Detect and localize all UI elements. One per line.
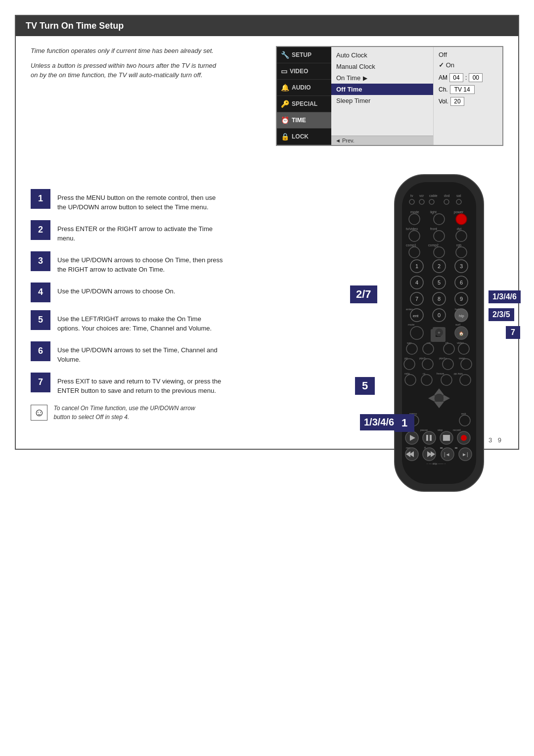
- svg-text:pp.inpu: pp.inpu: [454, 372, 463, 375]
- svg-text:←— skip ——→: ←— skip ——→: [426, 462, 446, 465]
- svg-text:stop: stop: [438, 428, 443, 431]
- ch-label: Ch.: [439, 86, 448, 93]
- step-number-1: 1: [31, 189, 50, 209]
- svg-point-106: [423, 431, 436, 444]
- sleeptimer-label: Sleep Timer: [336, 97, 370, 104]
- svg-text:2: 2: [438, 263, 441, 269]
- svg-text:vcr: vcr: [419, 194, 424, 197]
- menu-item-special[interactable]: 🔑 SPECIAL: [277, 96, 331, 112]
- svg-text:mode: mode: [410, 210, 419, 214]
- svg-text:light: light: [430, 210, 437, 214]
- svg-text:menu: menu: [409, 412, 417, 415]
- menu-row-ontime[interactable]: On Time ▶: [331, 72, 433, 84]
- step-text-2: Press ENTER or the RIGHT arrow to activa…: [57, 220, 225, 243]
- menu-item-video-label: VIDEO: [290, 68, 308, 75]
- tv-menu: 🔧 SETUP ▭ VIDEO 🔔 AUDIO 🔑 SPECIAL ⏰: [276, 46, 503, 146]
- vol-row: Vol. 20: [439, 97, 497, 106]
- svg-text:video: video: [457, 341, 464, 344]
- audio-icon: 🔔: [281, 84, 289, 92]
- svg-text:5: 5: [438, 280, 441, 285]
- menu-item-video[interactable]: ▭ VIDEO: [277, 63, 331, 80]
- svg-text:⏭: ⏭: [455, 446, 458, 449]
- menu-item-special-label: SPECIAL: [292, 100, 317, 107]
- manualclock-label: Manual Clock: [336, 63, 375, 70]
- step-text-3: Use the UP/DOWN arrows to choose On Time…: [57, 251, 225, 275]
- time-colon: :: [465, 74, 467, 81]
- content-area: Time function operates only if current t…: [16, 36, 518, 431]
- svg-text:exit: exit: [461, 412, 466, 415]
- menu-item-setup[interactable]: 🔧 SETUP: [277, 47, 331, 63]
- right-item-off[interactable]: Off: [439, 49, 497, 60]
- step-text-4: Use the UP/DOWN arrows to choose On.: [57, 283, 175, 296]
- lock-icon: 🔒: [281, 133, 289, 141]
- prev-label: ◄ Prev.: [335, 138, 355, 143]
- menu-row-offtime[interactable]: Off Time: [331, 84, 433, 95]
- time-row: AM 04 : 00: [439, 73, 497, 82]
- channel-row: Ch. TV 14: [439, 85, 497, 94]
- menu-row-sleeptimer[interactable]: Sleep Timer: [331, 95, 433, 106]
- svg-text:record: record: [453, 428, 461, 431]
- vol-box[interactable]: 20: [450, 97, 464, 106]
- page-container: TV Turn On Time Setup Time function oper…: [15, 15, 519, 450]
- step-number-6: 6: [31, 341, 50, 361]
- step-text-5: Use the LEFT/RIGHT arrows to make the On…: [57, 310, 225, 333]
- step-number-7: 7: [31, 373, 50, 392]
- menu-item-audio-label: AUDIO: [292, 84, 311, 91]
- menu-main: Auto Clock Manual Clock On Time ▶ Off Ti…: [331, 47, 433, 136]
- note-icon: ☺: [31, 405, 47, 421]
- ontime-label: On Time: [336, 74, 360, 82]
- ontime-arrow: ▶: [363, 75, 367, 82]
- prev-row[interactable]: ◄ Prev.: [331, 136, 433, 145]
- step-number-2: 2: [31, 220, 50, 240]
- time-icon: ⏰: [281, 116, 289, 124]
- menu-row-autoclock[interactable]: Auto Clock: [331, 49, 433, 61]
- svg-text:4: 4: [415, 280, 418, 285]
- svg-rect-61: [431, 329, 436, 342]
- svg-text:dvi: dvi: [457, 227, 461, 231]
- svg-text:►|: ►|: [462, 452, 468, 457]
- title-bar: TV Turn On Time Setup: [16, 16, 518, 36]
- page-title: TV Turn On Time Setup: [26, 21, 124, 31]
- minute-box[interactable]: 00: [469, 73, 483, 82]
- step-number-4: 4: [31, 283, 50, 302]
- svg-text:8: 8: [438, 296, 441, 302]
- svg-text:⏮: ⏮: [440, 446, 443, 449]
- svg-text:cable: cable: [429, 194, 438, 197]
- svg-text:🏠: 🏠: [459, 331, 464, 336]
- remote-svg: tv vcr cable dvd sat mode light power: [375, 170, 503, 506]
- svg-text:|◄: |◄: [444, 452, 450, 457]
- menu-item-time-label: TIME: [292, 117, 306, 124]
- svg-text:1: 1: [415, 263, 418, 269]
- svg-text:sat: sat: [456, 194, 461, 197]
- badge-right-7: 7: [506, 326, 520, 339]
- menu-item-audio[interactable]: 🔔 AUDIO: [277, 80, 331, 96]
- svg-rect-107: [426, 435, 428, 441]
- svg-text:3: 3: [460, 263, 463, 269]
- menu-row-manualclock[interactable]: Manual Clock: [331, 61, 433, 72]
- step-number-5: 5: [31, 310, 50, 330]
- svg-text:pause: pause: [420, 428, 428, 431]
- svg-text:play: play: [407, 428, 412, 431]
- intro-text-1: Time function operates only if current t…: [31, 46, 219, 56]
- step-text-6: Use the UP/DOWN arrows to set the Time, …: [57, 341, 225, 365]
- svg-text:7: 7: [415, 296, 418, 302]
- on-label: On: [446, 61, 454, 69]
- off-label: Off: [439, 51, 447, 58]
- svg-text:comp2: comp2: [428, 243, 439, 247]
- right-item-on[interactable]: On: [439, 60, 497, 70]
- svg-text:surf: surf: [455, 323, 460, 326]
- ch-box[interactable]: TV 14: [450, 85, 475, 94]
- svg-rect-108: [430, 435, 432, 441]
- menu-item-time[interactable]: ⏰ TIME: [277, 112, 331, 129]
- remote-wrapper: tv vcr cable dvd sat mode light power: [375, 170, 503, 508]
- menu-item-lock[interactable]: 🔒 LOCK: [277, 129, 331, 145]
- menu-right-panel: Off On AM 04 : 00 Ch. TV 14 Vol. 20: [433, 47, 502, 145]
- svg-text:front: front: [430, 227, 437, 231]
- video-icon: ▭: [281, 67, 287, 75]
- hour-box[interactable]: 04: [449, 73, 463, 82]
- svg-text:0: 0: [438, 312, 441, 318]
- menu-item-lock-label: LOCK: [292, 133, 309, 140]
- setup-icon: 🔧: [281, 51, 289, 59]
- menu-sidebar: 🔧 SETUP ▭ VIDEO 🔔 AUDIO 🔑 SPECIAL ⏰: [277, 47, 331, 145]
- svg-text:+: +: [438, 330, 441, 335]
